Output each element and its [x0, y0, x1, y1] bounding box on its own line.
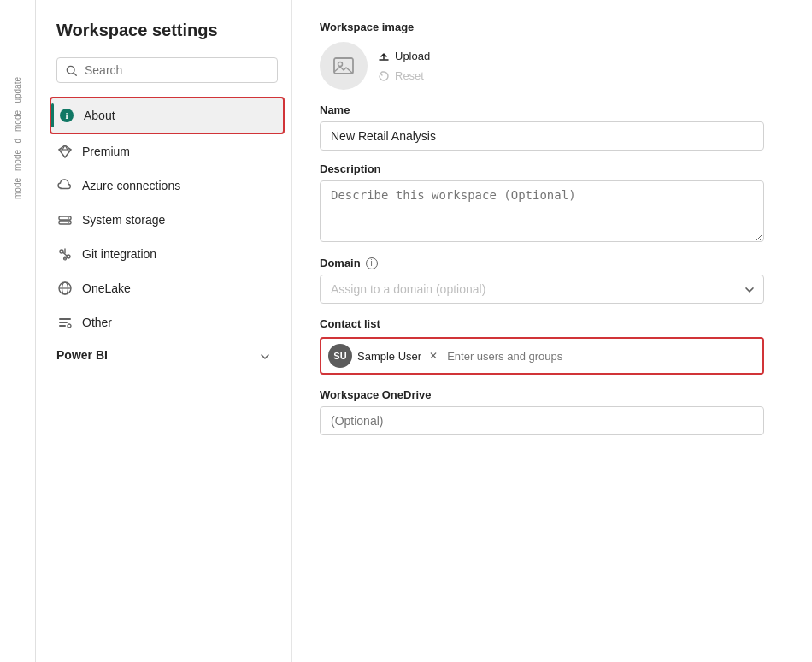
- sidebar-title: Workspace settings: [50, 21, 291, 57]
- content-area: Workspace image Upload: [292, 0, 812, 662]
- onedrive-input[interactable]: [320, 406, 764, 435]
- workspace-onedrive-section: Workspace OneDrive: [320, 388, 785, 435]
- chevron-down-icon: [744, 282, 756, 296]
- user-name: Sample User: [357, 350, 421, 363]
- left-edge-label-3: d: [13, 139, 22, 144]
- sidebar: Workspace settings i About: [36, 0, 292, 662]
- domain-placeholder: Assign to a domain (optional): [331, 282, 485, 296]
- diamond-icon: [56, 143, 74, 160]
- upload-button[interactable]: Upload: [378, 48, 430, 64]
- sidebar-item-storage[interactable]: System storage: [50, 203, 285, 237]
- avatar-initials: SU: [333, 351, 346, 361]
- svg-rect-17: [59, 322, 68, 323]
- storage-icon: [56, 211, 74, 228]
- chevron-down-icon: [259, 348, 271, 362]
- info-icon: i: [58, 107, 75, 124]
- power-bi-label: Power BI: [56, 348, 108, 362]
- svg-rect-16: [59, 318, 71, 320]
- description-section: Description: [320, 163, 785, 245]
- sidebar-item-label-git: Git integration: [82, 247, 156, 261]
- svg-point-11: [68, 222, 70, 223]
- sidebar-item-label-onelake: OneLake: [82, 281, 131, 295]
- contact-list-field[interactable]: SU Sample User ✕: [320, 337, 764, 375]
- domain-label-row: Domain i: [320, 257, 785, 269]
- contact-list-input[interactable]: [447, 350, 756, 363]
- description-input[interactable]: [320, 180, 764, 242]
- remove-user-button[interactable]: ✕: [427, 349, 440, 363]
- sidebar-item-label-other: Other: [82, 316, 112, 329]
- search-input[interactable]: [85, 63, 268, 77]
- sidebar-item-label-about: About: [84, 109, 115, 122]
- onedrive-label: Workspace OneDrive: [320, 388, 785, 401]
- left-edge-label-2: mode: [13, 110, 22, 132]
- onelake-icon: [56, 280, 74, 297]
- svg-rect-18: [59, 325, 66, 327]
- name-label: Name: [320, 103, 785, 116]
- git-icon: [56, 245, 74, 263]
- contact-list-section: Contact list SU Sample User ✕: [320, 317, 785, 375]
- domain-dropdown-field[interactable]: Assign to a domain (optional): [320, 275, 764, 304]
- svg-text:i: i: [65, 110, 68, 121]
- sidebar-item-premium[interactable]: Premium: [50, 134, 285, 168]
- avatar: SU: [328, 344, 352, 368]
- left-edge-label-1: update: [13, 77, 22, 103]
- domain-label: Domain: [320, 257, 361, 269]
- workspace-image-section: Workspace image Upload: [320, 21, 785, 90]
- upload-label: Upload: [395, 50, 430, 62]
- left-edge-panel: update mode d mode mode: [0, 0, 36, 662]
- sidebar-item-label-storage: System storage: [82, 213, 165, 227]
- left-edge-label-5: mode: [13, 178, 22, 199]
- sidebar-item-other[interactable]: Other: [50, 305, 285, 340]
- cloud-icon: [56, 177, 74, 194]
- user-chip: SU Sample User ✕: [328, 344, 440, 368]
- name-section: Name: [320, 103, 785, 151]
- contact-list-label: Contact list: [320, 317, 785, 330]
- workspace-image-label: Workspace image: [320, 21, 785, 33]
- sidebar-item-git[interactable]: Git integration: [50, 237, 285, 271]
- power-bi-section[interactable]: Power BI: [50, 340, 285, 370]
- domain-section: Domain i Assign to a domain (optional): [320, 257, 785, 304]
- search-icon: [66, 63, 78, 77]
- sidebar-item-about[interactable]: i About: [50, 97, 285, 134]
- image-actions: Upload Reset: [378, 48, 430, 84]
- sidebar-item-azure[interactable]: Azure connections: [50, 168, 285, 203]
- description-label: Description: [320, 163, 785, 175]
- svg-line-1: [74, 73, 76, 75]
- image-row: Upload Reset: [320, 42, 785, 90]
- name-input[interactable]: [320, 121, 764, 151]
- reset-button[interactable]: Reset: [378, 68, 430, 84]
- svg-point-19: [68, 324, 71, 328]
- reset-label: Reset: [395, 69, 424, 82]
- search-box[interactable]: [56, 57, 278, 83]
- svg-point-21: [338, 62, 343, 67]
- svg-point-10: [68, 217, 70, 219]
- domain-dropdown[interactable]: Assign to a domain (optional): [320, 275, 764, 304]
- sidebar-item-onelake[interactable]: OneLake: [50, 271, 285, 305]
- svg-marker-4: [59, 145, 71, 157]
- left-edge-label-4: mode: [13, 150, 22, 171]
- sidebar-item-label-azure: Azure connections: [82, 179, 180, 192]
- sidebar-item-label-premium: Premium: [82, 145, 130, 158]
- workspace-image-placeholder: [320, 42, 368, 90]
- other-icon: [56, 314, 74, 331]
- main-container: Workspace settings i About: [36, 0, 812, 662]
- info-circle-icon: i: [366, 257, 378, 269]
